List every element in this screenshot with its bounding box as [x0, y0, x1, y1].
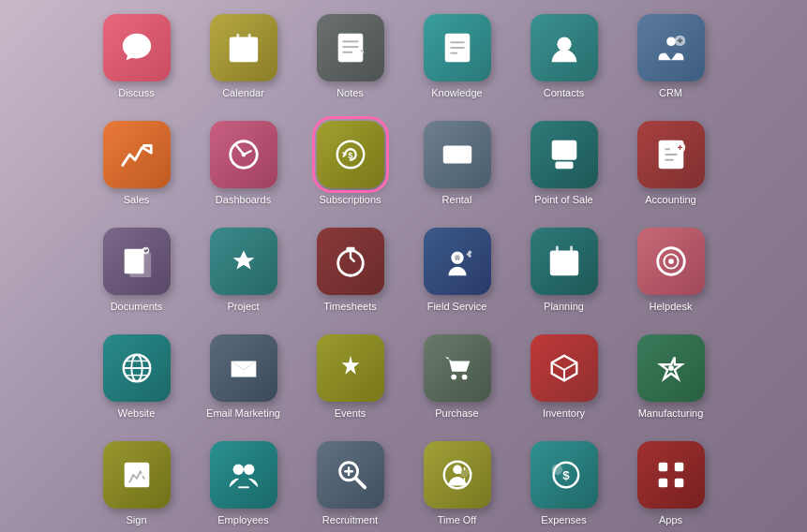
svg-rect-84 [658, 479, 667, 488]
app-item-time-off[interactable]: Time Off [406, 428, 509, 531]
app-label-discuss: Discuss [118, 87, 155, 98]
app-icon-contacts [531, 14, 598, 81]
svg-rect-8 [242, 55, 247, 59]
app-label-email-marketing: Email Marketing [206, 407, 280, 419]
app-label-crm: CRM [659, 87, 682, 98]
app-icon-employees [210, 441, 277, 509]
app-item-manufacturing[interactable]: Manufacturing [620, 321, 723, 424]
svg-rect-27 [463, 157, 469, 161]
app-label-purchase: Purchase [435, 407, 478, 419]
app-label-expenses: Expenses [541, 514, 586, 525]
app-icon-knowledge [424, 14, 491, 81]
svg-rect-5 [242, 48, 247, 52]
app-item-field-service[interactable]: Field Service [406, 214, 509, 318]
app-item-calendar[interactable]: Calendar [192, 1, 295, 104]
app-label-field-service: Field Service [427, 301, 487, 312]
svg-rect-30 [554, 144, 559, 148]
app-icon-documents [103, 228, 171, 295]
app-icon-expenses: $ [531, 441, 598, 509]
app-icon-website [103, 334, 171, 402]
app-label-point-of-sale: Point of Sale [534, 194, 592, 205]
svg-text:$: $ [348, 150, 353, 160]
app-icon-accounting [637, 121, 705, 188]
app-icon-dashboards [210, 121, 277, 188]
app-icon-events [317, 334, 384, 402]
app-icon-sign [103, 441, 171, 509]
svg-rect-29 [555, 162, 573, 170]
app-icon-discuss [103, 14, 171, 81]
app-icon-manufacturing [637, 334, 705, 402]
app-icon-recruitment [317, 441, 384, 509]
svg-rect-7 [232, 55, 237, 59]
app-item-website[interactable]: Website [85, 321, 188, 424]
svg-rect-2 [236, 34, 239, 41]
app-item-crm[interactable]: CRM [620, 1, 723, 104]
app-item-notes[interactable]: Notes [299, 1, 402, 104]
app-item-sales[interactable]: Sales [85, 108, 188, 211]
app-icon-time-off [424, 441, 491, 509]
svg-line-73 [355, 479, 365, 488]
app-label-timesheets: Timesheets [323, 301, 376, 312]
app-item-knowledge[interactable]: Knowledge [406, 1, 509, 104]
app-icon-purchase [424, 334, 491, 402]
svg-point-71 [244, 465, 254, 475]
app-item-email-marketing[interactable]: Email Marketing [192, 321, 295, 424]
app-label-manufacturing: Manufacturing [638, 407, 704, 419]
app-item-inventory[interactable]: Inventory [513, 321, 616, 424]
app-icon-apps [637, 441, 705, 509]
svg-rect-82 [658, 463, 667, 472]
app-item-documents[interactable]: Documents [85, 214, 188, 318]
app-item-dashboards[interactable]: Dashboards [192, 108, 295, 211]
app-icon-notes [317, 14, 384, 81]
app-icon-sales [103, 121, 171, 188]
app-item-planning[interactable]: Planning [513, 214, 616, 318]
svg-rect-53 [562, 269, 575, 273]
app-label-sales: Sales [124, 194, 150, 205]
app-icon-timesheets [317, 228, 384, 295]
app-item-rental[interactable]: Rental [406, 108, 509, 211]
svg-rect-25 [447, 157, 453, 161]
app-item-expenses[interactable]: $Expenses [513, 428, 616, 531]
svg-point-20 [241, 153, 246, 157]
app-label-notes: Notes [336, 87, 364, 98]
app-item-point-of-sale[interactable]: Point of Sale [513, 108, 616, 211]
svg-marker-64 [341, 356, 359, 375]
app-icon-email-marketing [210, 334, 277, 402]
app-item-events[interactable]: Events [299, 321, 402, 424]
app-icon-project [210, 228, 277, 295]
svg-point-68 [668, 365, 674, 371]
app-item-purchase[interactable]: Purchase [406, 321, 509, 424]
app-label-contacts: Contacts [544, 87, 584, 98]
svg-rect-4 [232, 48, 237, 52]
app-item-apps[interactable]: Apps [620, 428, 723, 531]
svg-rect-6 [250, 48, 255, 52]
app-label-accounting: Accounting [645, 194, 695, 205]
app-item-project[interactable]: Project [192, 214, 295, 318]
app-item-sign[interactable]: Sign [85, 428, 188, 531]
app-item-employees[interactable]: Employees [192, 428, 295, 531]
app-item-helpdesk[interactable]: Helpdesk [620, 214, 723, 318]
svg-point-47 [468, 251, 471, 255]
app-icon-point-of-sale [531, 121, 598, 188]
app-item-contacts[interactable]: Contacts [513, 1, 616, 104]
app-icon-crm [637, 14, 705, 81]
app-item-accounting[interactable]: Accounting [620, 108, 723, 211]
app-grid: DiscussCalendarNotesKnowledgeContactsCRM… [76, 0, 732, 532]
svg-rect-31 [562, 144, 567, 148]
app-icon-rental [424, 121, 491, 188]
svg-rect-83 [674, 463, 683, 472]
app-icon-field-service [424, 228, 491, 295]
app-item-recruitment[interactable]: Recruitment [299, 428, 402, 531]
app-item-subscriptions[interactable]: $Subscriptions [299, 108, 402, 211]
svg-rect-3 [247, 34, 250, 41]
app-item-discuss[interactable]: Discuss [85, 1, 188, 104]
svg-rect-50 [553, 261, 562, 266]
app-label-inventory: Inventory [543, 407, 585, 419]
app-item-timesheets[interactable]: Timesheets [299, 214, 402, 318]
app-icon-planning [531, 228, 598, 295]
app-label-website: Website [118, 407, 156, 419]
svg-point-66 [461, 375, 467, 380]
app-icon-helpdesk [637, 228, 705, 295]
svg-text:$: $ [562, 468, 570, 482]
app-icon-calendar [210, 14, 277, 81]
